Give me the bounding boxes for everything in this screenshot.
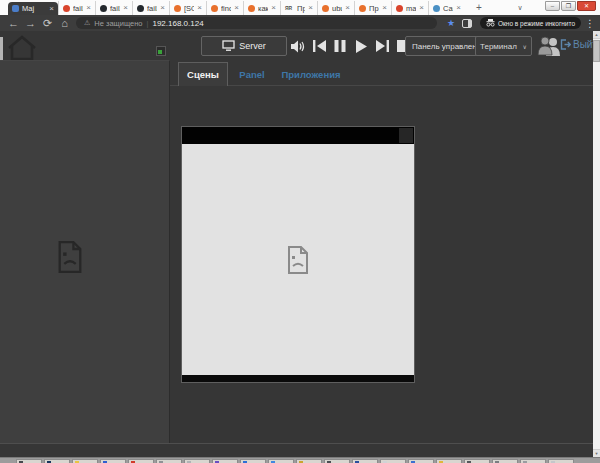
scroll-down-arrow-icon[interactable]: ▼: [593, 449, 600, 457]
browser-tab[interactable]: fail2 ×: [132, 1, 169, 15]
taskbar-button[interactable]: [128, 459, 154, 463]
scene-preview-corner-button[interactable]: [399, 128, 413, 143]
mini-window-icon[interactable]: [156, 46, 166, 56]
scene-preview[interactable]: [181, 126, 415, 383]
taskbar-button[interactable]: [492, 459, 518, 463]
server-button[interactable]: Server: [201, 36, 287, 56]
url-text[interactable]: 192.168.0.124: [152, 19, 203, 28]
taskbar-button[interactable]: [408, 459, 434, 463]
browser-tab[interactable]: fail2 ×: [58, 1, 95, 15]
tab-scenes[interactable]: Сцены: [178, 62, 228, 86]
tab-title: Пр: [369, 4, 379, 13]
side-panel-icon[interactable]: [462, 19, 472, 28]
taskbar-button[interactable]: [44, 459, 70, 463]
incognito-icon: [486, 19, 495, 27]
windows-taskbar[interactable]: [0, 457, 600, 463]
taskbar-button[interactable]: [16, 459, 42, 463]
tab-close-icon[interactable]: ×: [382, 4, 387, 12]
taskbar-button[interactable]: [268, 459, 294, 463]
taskbar-button[interactable]: [520, 459, 546, 463]
back-icon[interactable]: ←: [5, 15, 22, 31]
tab-close-icon[interactable]: ×: [123, 4, 128, 12]
taskbar-button[interactable]: [436, 459, 462, 463]
tab-close-icon[interactable]: ×: [419, 4, 424, 12]
favicon: [211, 5, 218, 12]
browser-tab[interactable]: как ×: [243, 1, 280, 15]
tab-close-icon[interactable]: ×: [160, 4, 165, 12]
tab-close-icon[interactable]: ×: [271, 4, 276, 12]
taskbar-button[interactable]: [100, 459, 126, 463]
broken-image-icon: [286, 246, 310, 274]
taskbar-button[interactable]: [324, 459, 350, 463]
home-icon[interactable]: ⌂: [56, 15, 73, 31]
terminal-select[interactable]: Терминал ∨: [475, 36, 532, 56]
tab-close-icon[interactable]: ×: [308, 4, 313, 12]
tab-close-icon[interactable]: ×: [456, 4, 461, 12]
app-home-icon[interactable]: [6, 34, 38, 62]
volume-icon: [291, 40, 306, 53]
taskbar-button[interactable]: [212, 459, 238, 463]
taskbar-button[interactable]: [548, 459, 574, 463]
taskbar-button[interactable]: [72, 459, 98, 463]
window-maximize-button[interactable]: ❐: [561, 1, 576, 11]
tab-title: как: [258, 4, 268, 13]
scene-preview-body: [182, 144, 414, 375]
scrollbar-thumb[interactable]: [593, 40, 600, 62]
tab-applications[interactable]: Приложения: [275, 62, 347, 86]
play-icon: [355, 40, 368, 53]
tab-close-icon[interactable]: ×: [345, 4, 350, 12]
taskbar-button[interactable]: [464, 459, 490, 463]
window-minimize-button[interactable]: –: [545, 1, 560, 11]
tab-close-icon[interactable]: ×: [49, 5, 54, 13]
tab-title: [SO: [184, 4, 194, 13]
pause-button[interactable]: [331, 36, 349, 56]
browser-tab[interactable]: ubu ×: [317, 1, 354, 15]
page-scrollbar[interactable]: ▲ ▼: [593, 31, 600, 457]
tab-close-icon[interactable]: ×: [234, 4, 239, 12]
browser-menu-icon[interactable]: ⋮: [585, 18, 595, 29]
tab-label: Panel: [239, 69, 264, 80]
browser-tab[interactable]: Пр ×: [354, 1, 391, 15]
tab-close-icon[interactable]: ×: [197, 4, 202, 12]
taskbar-button[interactable]: [240, 459, 266, 463]
previous-button[interactable]: [310, 36, 328, 56]
reload-icon[interactable]: ⟳: [39, 15, 56, 31]
address-separator: |: [147, 19, 149, 28]
tab-label: Сцены: [187, 69, 219, 80]
tab-panel[interactable]: Panel: [229, 62, 275, 86]
security-label[interactable]: Не защищено: [94, 19, 142, 28]
next-button[interactable]: [373, 36, 391, 56]
logout-link[interactable]: Выйти: [560, 39, 593, 50]
taskbar-button[interactable]: [184, 459, 210, 463]
favicon: [433, 5, 440, 12]
browser-tab[interactable]: [SO ×: [169, 1, 206, 15]
taskbar-button[interactable]: [380, 459, 406, 463]
browser-tab[interactable]: fail2 ×: [95, 1, 132, 15]
taskbar-button[interactable]: [156, 459, 182, 463]
ubuntu-favicon: [322, 5, 329, 12]
new-tab-button[interactable]: +: [472, 2, 486, 14]
tab-overflow-chevron-icon[interactable]: ∨: [514, 2, 526, 14]
tab-close-icon[interactable]: ×: [86, 4, 91, 12]
skip-next-icon: [376, 40, 389, 52]
taskbar-button[interactable]: [352, 459, 378, 463]
browser-tab[interactable]: maj ×: [391, 1, 428, 15]
browser-tab[interactable]: ЯR Пр ×: [280, 1, 317, 15]
logout-label: Выйти: [573, 39, 593, 50]
forward-icon[interactable]: →: [22, 15, 39, 31]
browser-tab[interactable]: find ×: [206, 1, 243, 15]
bookmark-star-icon[interactable]: ★: [444, 18, 458, 28]
address-bar[interactable]: ⚠ Не защищено | 192.168.0.124: [76, 17, 437, 29]
scroll-up-arrow-icon[interactable]: ▲: [593, 31, 600, 39]
browser-tab[interactable]: Сай ×: [428, 1, 465, 15]
volume-button[interactable]: [289, 36, 307, 56]
tab-title: Сай: [443, 4, 453, 13]
tab-underline: [170, 85, 593, 86]
browser-tab-active[interactable]: Maj ×: [8, 2, 58, 15]
incognito-badge[interactable]: Окно в режиме инкогнито: [480, 17, 581, 29]
taskbar-button[interactable]: [296, 459, 322, 463]
play-button[interactable]: [352, 36, 370, 56]
broken-image-icon: [56, 241, 84, 273]
scenes-sidebar[interactable]: [0, 60, 170, 444]
window-close-button[interactable]: ✕: [577, 1, 596, 11]
